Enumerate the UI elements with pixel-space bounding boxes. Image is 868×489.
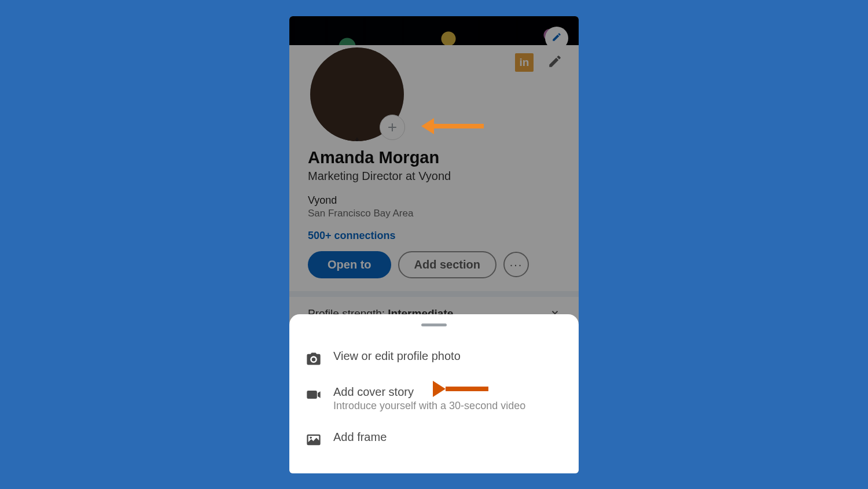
sheet-item-add-cover-story[interactable]: Add cover story Introduce yourself with … xyxy=(306,376,562,421)
photo-options-sheet: View or edit profile photo Add cover sto… xyxy=(289,314,579,473)
camera-icon xyxy=(306,351,322,367)
video-icon xyxy=(306,387,322,403)
sheet-item-view-edit-photo[interactable]: View or edit profile photo xyxy=(306,340,562,376)
sheet-item-title: Add frame xyxy=(333,431,387,444)
annotation-arrow-icon xyxy=(433,381,488,397)
sheet-item-subtitle: Introduce yourself with a 30-second vide… xyxy=(333,400,525,412)
sheet-item-title: View or edit profile photo xyxy=(333,350,461,363)
annotation-arrow-icon xyxy=(421,118,484,134)
phone-screen: + in Amanda Morgan Marketing Director at… xyxy=(289,16,579,473)
sheet-grabber[interactable] xyxy=(421,323,447,326)
image-icon xyxy=(306,432,322,448)
sheet-item-add-frame[interactable]: Add frame xyxy=(306,421,562,457)
sheet-item-title: Add cover story xyxy=(333,385,525,399)
